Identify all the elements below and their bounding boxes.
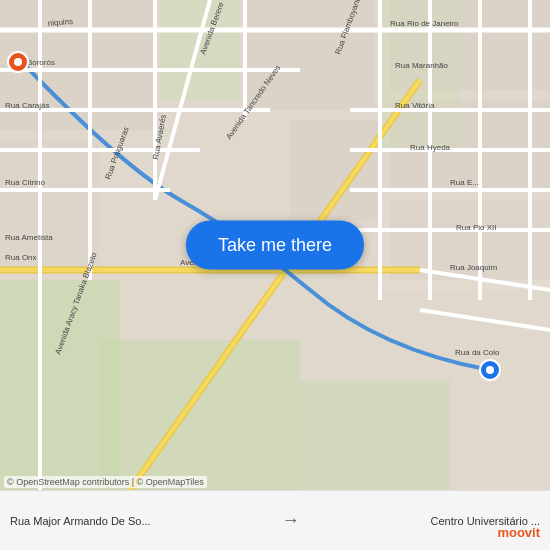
map-attribution: © OpenStreetMap contributors | © OpenMap… [4,476,207,488]
svg-text:Rua da Colo: Rua da Colo [455,348,500,357]
svg-rect-10 [390,0,550,90]
route-from: Rua Major Armando De So... [10,515,151,527]
svg-point-60 [14,58,22,66]
moovit-logo: moovit [497,525,540,540]
svg-rect-2 [100,340,300,490]
svg-text:Rua Ametista: Rua Ametista [5,233,53,242]
bottom-bar: Rua Major Armando De So... → Centro Univ… [0,490,550,550]
svg-text:Rua Joaquim: Rua Joaquim [450,263,497,272]
svg-text:Rua Pio XII: Rua Pio XII [456,223,496,232]
svg-text:Rua Rio de Janeiro: Rua Rio de Janeiro [390,19,459,28]
svg-text:Rua Citrino: Rua Citrino [5,178,46,187]
svg-text:Rua Hyeda: Rua Hyeda [410,143,451,152]
svg-rect-13 [0,140,100,270]
take-me-there-button[interactable]: Take me there [186,221,364,270]
map-container: niquins Rua Bororós Rua Carajás Rua Citr… [0,0,550,490]
svg-rect-3 [300,380,450,490]
svg-text:Rua Carajás: Rua Carajás [5,101,49,110]
svg-text:Rua Maranhão: Rua Maranhão [395,61,448,70]
svg-text:Rua E...: Rua E... [450,178,479,187]
svg-text:Rua Onx: Rua Onx [5,253,37,262]
svg-point-62 [486,366,494,374]
svg-text:Rua Vitória: Rua Vitória [395,101,435,110]
arrow-icon: → [274,510,308,531]
